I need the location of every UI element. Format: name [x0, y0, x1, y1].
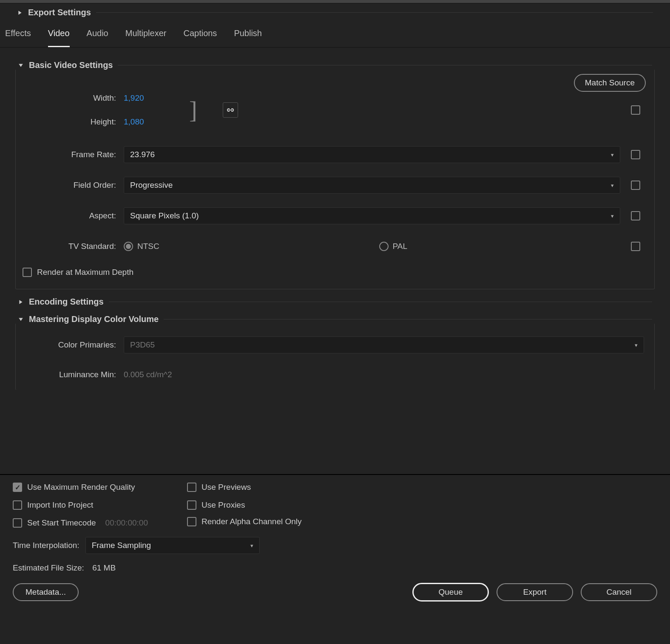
time-interpolation-value: Frame Sampling [92, 541, 151, 550]
use-max-quality-checkbox[interactable] [13, 483, 22, 492]
mastering-title: Mastering Display Color Volume [29, 314, 159, 324]
link-dimensions-button[interactable] [223, 102, 238, 118]
tab-effects[interactable]: Effects [5, 28, 31, 47]
color-primaries-row: Color Primaries: P3D65 ▾ [26, 334, 644, 356]
import-project-checkbox[interactable] [13, 500, 22, 510]
field-order-dropdown[interactable]: Progressive ▾ [124, 177, 620, 194]
width-label: Width: [26, 93, 124, 103]
pal-label: PAL [393, 242, 408, 251]
start-timecode-value[interactable]: 00:00:00:00 [105, 518, 148, 528]
render-alpha-label: Render Alpha Channel Only [202, 517, 302, 526]
chevron-down-icon: ▾ [611, 152, 614, 158]
aspect-value: Square Pixels (1.0) [130, 211, 199, 220]
link-bracket: ] [189, 101, 197, 120]
divider [96, 12, 653, 13]
luminance-min-value: 0.005 cd/m^2 [124, 370, 172, 379]
basic-video-header[interactable]: Basic Video Settings [15, 60, 655, 70]
pal-radio[interactable] [379, 242, 389, 251]
match-source-framerate-checkbox[interactable] [631, 150, 640, 159]
color-primaries-label: Color Primaries: [26, 340, 124, 350]
ntsc-label: NTSC [137, 242, 159, 251]
match-source-aspect-checkbox[interactable] [631, 211, 640, 220]
aspect-label: Aspect: [26, 211, 124, 220]
color-primaries-dropdown[interactable]: P3D65 ▾ [124, 336, 644, 353]
tab-video[interactable]: Video [48, 28, 70, 47]
set-start-tc-checkbox[interactable] [13, 518, 22, 528]
divider [164, 319, 652, 319]
match-source-button[interactable]: Match Source [574, 74, 646, 92]
chevron-right-icon [17, 10, 23, 16]
export-button[interactable]: Export [497, 583, 573, 601]
luminance-min-row: Luminance Min: 0.005 cd/m^2 [26, 364, 644, 386]
aspect-row: Aspect: Square Pixels (1.0) ▾ [26, 205, 644, 227]
frame-rate-label: Frame Rate: [26, 150, 124, 159]
tab-captions[interactable]: Captions [183, 28, 217, 47]
height-value[interactable]: 1,080 [124, 117, 144, 127]
time-interpolation-label: Time Interpolation: [13, 541, 79, 550]
use-max-quality-label: Use Maximum Render Quality [27, 483, 135, 492]
match-source-fieldorder-checkbox[interactable] [631, 181, 640, 190]
tab-publish[interactable]: Publish [234, 28, 262, 47]
match-source-tv-checkbox[interactable] [631, 242, 640, 251]
metadata-button[interactable]: Metadata... [13, 583, 79, 601]
estimated-size-value: 61 MB [92, 563, 116, 572]
frame-rate-dropdown[interactable]: 23.976 ▾ [124, 146, 620, 163]
field-order-value: Progressive [130, 181, 173, 190]
use-proxies-checkbox[interactable] [187, 500, 196, 510]
render-max-depth-checkbox[interactable] [23, 268, 32, 277]
queue-button[interactable]: Queue [412, 583, 489, 602]
field-order-row: Field Order: Progressive ▾ [26, 174, 644, 196]
tv-standard-row: TV Standard: NTSC PAL [26, 235, 644, 257]
ntsc-radio[interactable] [124, 242, 133, 251]
aspect-dropdown[interactable]: Square Pixels (1.0) ▾ [124, 207, 620, 224]
import-project-label: Import Into Project [27, 500, 93, 510]
chevron-down-icon: ▾ [635, 342, 638, 348]
basic-video-title: Basic Video Settings [29, 60, 113, 70]
divider [109, 302, 652, 302]
export-settings-header[interactable]: Export Settings [0, 3, 670, 22]
use-proxies-label: Use Proxies [202, 500, 245, 510]
use-previews-checkbox[interactable] [187, 483, 196, 492]
chevron-down-icon: ▾ [611, 213, 614, 219]
width-value[interactable]: 1,920 [124, 93, 144, 103]
use-previews-label: Use Previews [202, 483, 251, 492]
field-order-label: Field Order: [26, 181, 124, 190]
tab-audio[interactable]: Audio [87, 28, 108, 47]
color-primaries-value: P3D65 [130, 340, 155, 350]
tabs: Effects Video Audio Multiplexer Captions… [0, 22, 670, 48]
encoding-header[interactable]: Encoding Settings [15, 297, 655, 307]
set-start-tc-label: Set Start Timecode [27, 518, 96, 528]
match-source-dimensions-checkbox[interactable] [631, 105, 640, 115]
mastering-header[interactable]: Mastering Display Color Volume [15, 314, 655, 324]
chevron-down-icon: ▾ [611, 182, 614, 189]
cancel-button[interactable]: Cancel [581, 583, 657, 601]
frame-rate-value: 23.976 [130, 150, 155, 159]
render-max-depth-label: Render at Maximum Depth [37, 268, 133, 277]
chevron-down-icon [18, 62, 24, 68]
chevron-down-icon: ▾ [250, 542, 253, 549]
estimated-size-label: Estimated File Size: [13, 563, 84, 572]
mastering-group: Color Primaries: P3D65 ▾ Luminance Min: … [15, 324, 655, 390]
luminance-min-label: Luminance Min: [26, 370, 124, 379]
chain-icon [226, 107, 235, 113]
tab-multiplexer[interactable]: Multiplexer [125, 28, 167, 47]
frame-rate-row: Frame Rate: 23.976 ▾ [26, 144, 644, 166]
export-settings-title: Export Settings [28, 8, 91, 17]
bottom-panel: Use Maximum Render Quality Use Previews … [0, 474, 670, 609]
height-label: Height: [26, 117, 124, 127]
encoding-title: Encoding Settings [29, 297, 104, 307]
basic-video-group: Match Source Width: 1,920 Height: 1,080 … [15, 70, 655, 289]
tv-standard-label: TV Standard: [26, 242, 124, 251]
render-alpha-checkbox[interactable] [187, 517, 196, 526]
time-interpolation-dropdown[interactable]: Frame Sampling ▾ [85, 537, 260, 554]
chevron-right-icon [18, 299, 24, 305]
chevron-down-icon [18, 316, 24, 322]
divider [118, 65, 652, 65]
